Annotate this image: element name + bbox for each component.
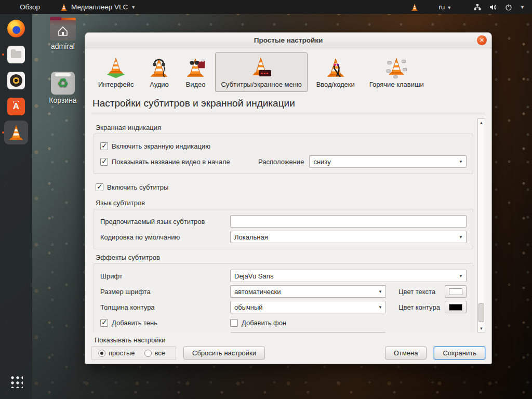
chevron-down-icon: ▼	[459, 159, 463, 164]
radio-label: простые	[109, 349, 135, 357]
outline-thickness-select[interactable]: обычный ▼	[230, 301, 386, 313]
active-app-highlight	[4, 121, 28, 144]
radio-icon	[144, 350, 152, 357]
radio-simple[interactable]: простые	[98, 349, 135, 357]
dialog-titlebar[interactable]: Простые настройки ✕	[85, 33, 491, 48]
subtitle-position-spinbox[interactable]: 0 пкс ▲ ▼	[230, 332, 386, 332]
checkbox-label: Включить субтитры	[107, 183, 168, 191]
dock-item-files[interactable]	[0, 44, 32, 65]
selected-value: обычный	[234, 303, 263, 311]
dock-item-ubuntu-software[interactable]: A	[0, 96, 32, 117]
chevron-down-icon: ▼	[131, 5, 136, 10]
font-label: Шрифт	[100, 272, 230, 280]
selected-value: Локальная	[234, 233, 268, 241]
vlc-cone-codecs-icon	[325, 57, 347, 78]
app-menu[interactable]: Медиаплеер VLC ▼	[60, 3, 136, 11]
text-color-label: Цвет текста	[398, 288, 435, 296]
app-menu-label: Медиаплеер VLC	[71, 3, 128, 11]
category-label: Аудио	[150, 81, 169, 88]
text-color-button[interactable]	[445, 285, 467, 298]
checkbox-enable-osd[interactable]: Включить экранную индикацию	[100, 142, 210, 150]
chevron-down-icon: ▼	[459, 235, 463, 240]
radio-label: все	[155, 349, 166, 357]
checkbox-icon	[100, 142, 108, 150]
category-input-codecs[interactable]: Ввод/кодеки	[311, 52, 361, 92]
scroll-up-icon[interactable]: ▲	[478, 119, 485, 126]
category-hotkeys[interactable]: Горячие клавиши	[364, 52, 430, 92]
chevron-down-icon[interactable]: ▼	[520, 5, 525, 10]
color-sample	[449, 288, 462, 295]
activities-button[interactable]: Обзор	[20, 3, 40, 11]
category-audio[interactable]: Аудио	[142, 52, 176, 92]
encoding-select[interactable]: Локальная ▼	[230, 231, 467, 243]
show-applications-icon	[9, 375, 23, 388]
vlc-cone-interface-icon	[105, 57, 127, 78]
vlc-cone-audio-icon	[148, 57, 170, 78]
category-video[interactable]: Видео	[179, 52, 212, 92]
checkbox-label: Добавить тень	[112, 319, 157, 327]
category-label: Субтитры/экранное меню	[221, 81, 301, 88]
power-icon[interactable]	[504, 3, 513, 11]
scroll-down-icon[interactable]: ▼	[478, 325, 485, 332]
keyboard-layout-indicator[interactable]: ru ▼	[438, 3, 451, 11]
gnome-top-bar: Обзор Медиаплеер VLC ▼ ru ▼	[0, 0, 532, 14]
dialog-title: Простые настройки	[254, 36, 323, 44]
reset-settings-button[interactable]: Сбросить настройки	[183, 347, 265, 360]
font-size-label: Размер шрифта	[100, 288, 230, 296]
checkbox-icon	[96, 183, 103, 191]
dock-item-rhythmbox[interactable]	[0, 70, 32, 91]
checkbox-add-shadow[interactable]: Добавить тень	[100, 319, 230, 327]
desktop-icon-home-folder[interactable]: admiral	[45, 19, 81, 50]
desktop-icon-label: Корзина	[45, 96, 81, 104]
category-label: Видео	[185, 81, 205, 88]
encoding-label: Кодировка по умолчанию	[100, 233, 230, 241]
category-subtitles-osd[interactable]: Субтитры/экранное меню	[215, 52, 307, 92]
checkbox-label: Показывать название видео в начале	[112, 158, 230, 166]
checkbox-label: Добавить фон	[242, 319, 286, 327]
dialog-body: Интерфейс Аудио	[85, 48, 491, 364]
vlc-cone-video-icon	[184, 57, 206, 78]
chevron-down-icon: ▼	[447, 5, 451, 10]
trash-icon: ♻	[51, 72, 75, 95]
preferred-language-input[interactable]	[230, 215, 467, 228]
checkbox-show-video-title[interactable]: Показывать название видео в начале	[100, 158, 258, 166]
show-settings-label: Показывать настройки	[95, 336, 485, 344]
show-applications-button[interactable]	[0, 371, 32, 392]
save-button[interactable]: Сохранить	[434, 347, 485, 360]
vertical-scrollbar[interactable]: ▲ ▼	[477, 118, 485, 332]
selected-value: автоматически	[234, 288, 281, 296]
vlc-tray-icon[interactable]	[410, 3, 419, 11]
desktop-icon-trash[interactable]: ♻ Корзина	[45, 72, 81, 104]
checkbox-icon	[100, 319, 108, 327]
preferred-language-label: Предпочитаемый язык субтитров	[100, 218, 230, 225]
dialog-footer: простые все Сбросить настройки Отмена Со…	[91, 346, 485, 360]
divider	[91, 113, 485, 113]
checkbox-add-background[interactable]: Добавить фон	[230, 319, 286, 327]
scrollbar-thumb[interactable]	[478, 303, 484, 322]
category-label: Ввод/кодеки	[316, 81, 355, 88]
outline-thickness-label: Толщина контура	[100, 303, 230, 311]
category-interface[interactable]: Интерфейс	[92, 52, 139, 92]
checkbox-enable-subtitles[interactable]: Включить субтитры	[96, 183, 168, 191]
font-size-select[interactable]: автоматически ▼	[230, 285, 386, 298]
vlc-preferences-dialog: Простые настройки ✕ Интерфейс	[85, 32, 492, 364]
settings-scroll-area: Экранная индикация Включить экранную инд…	[91, 118, 485, 332]
category-label: Интерфейс	[98, 81, 134, 88]
close-icon[interactable]: ✕	[477, 35, 487, 45]
running-indicator	[2, 131, 4, 134]
radio-all[interactable]: все	[144, 349, 166, 357]
dock-item-vlc[interactable]	[0, 122, 32, 143]
firefox-icon	[7, 20, 25, 37]
cancel-button[interactable]: Отмена	[385, 347, 427, 360]
page-title: Настройки субтитров и экранной индикации	[91, 93, 485, 113]
network-icon[interactable]	[473, 3, 482, 11]
position-label: Расположение	[258, 158, 304, 166]
outline-color-button[interactable]	[445, 301, 467, 313]
group-title-language: Язык субтитров	[96, 199, 473, 207]
volume-icon[interactable]	[489, 3, 497, 11]
group-effects: Шрифт DejaVu Sans ▼ Размер шрифта автома…	[94, 263, 473, 332]
dock-item-firefox[interactable]	[0, 18, 32, 39]
font-select[interactable]: DejaVu Sans ▼	[230, 270, 467, 282]
osd-position-select[interactable]: снизу ▼	[309, 155, 467, 168]
chevron-down-icon: ▼	[378, 305, 382, 310]
